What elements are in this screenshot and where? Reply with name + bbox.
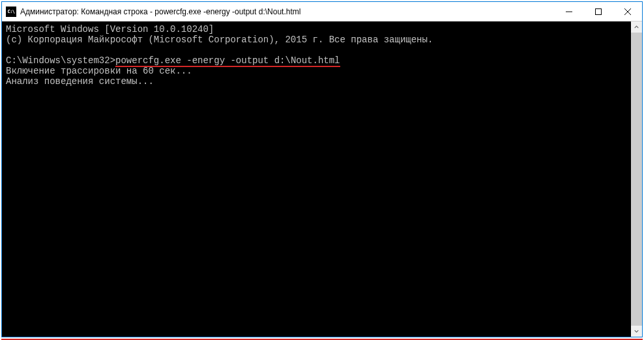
chevron-down-icon — [634, 329, 639, 333]
titlebar[interactable]: C:\ Администратор: Командная строка - po… — [2, 2, 642, 21]
terminal-line: Включение трассировки на 60 сек... — [6, 66, 627, 76]
terminal-area: Microsoft Windows [Version 10.0.10240](c… — [2, 21, 642, 337]
scroll-track[interactable] — [631, 33, 642, 326]
maximize-button[interactable] — [583, 2, 613, 21]
minimize-icon — [566, 8, 572, 15]
window-controls — [554, 2, 642, 21]
command-prompt-window: C:\ Администратор: Командная строка - po… — [1, 1, 643, 337]
terminal-content[interactable]: Microsoft Windows [Version 10.0.10240](c… — [2, 21, 631, 337]
vertical-scrollbar[interactable] — [631, 21, 642, 337]
terminal-line: (c) Корпорация Майкрософт (Microsoft Cor… — [6, 35, 627, 45]
scroll-thumb[interactable] — [631, 33, 642, 326]
maximize-icon — [595, 8, 602, 15]
chevron-up-icon — [634, 25, 639, 29]
scroll-up-button[interactable] — [631, 21, 642, 33]
minimize-button[interactable] — [554, 2, 583, 21]
terminal-line — [6, 45, 627, 55]
terminal-line-cmd: C:\Windows\system32>powercfg.exe -energy… — [6, 55, 627, 66]
terminal-line: Microsoft Windows [Version 10.0.10240] — [6, 24, 627, 35]
svg-rect-1 — [595, 8, 601, 14]
close-icon — [624, 8, 631, 15]
cmd-icon: C:\ — [6, 7, 16, 17]
terminal-line: Анализ поведения системы... — [6, 76, 627, 87]
window-title: Администратор: Командная строка - powerc… — [20, 7, 554, 16]
scroll-down-button[interactable] — [631, 326, 642, 337]
prompt-text: C:\Windows\system32> — [6, 55, 115, 66]
close-button[interactable] — [613, 2, 642, 21]
